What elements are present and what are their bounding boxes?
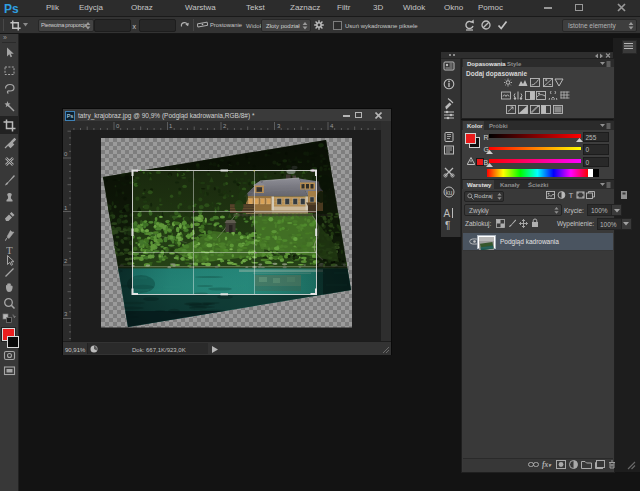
svg-text:0: 0 <box>64 151 68 157</box>
svg-text:4: 4 <box>330 123 334 129</box>
svg-text:3: 3 <box>64 311 68 317</box>
svg-text:3: 3 <box>277 123 281 129</box>
svg-text:1: 1 <box>169 123 173 129</box>
svg-text:ku: ku <box>446 189 453 196</box>
svg-text:A: A <box>444 208 451 219</box>
svg-text:2: 2 <box>223 123 227 129</box>
svg-text:0: 0 <box>116 123 120 129</box>
svg-text:T: T <box>569 191 574 199</box>
svg-text:2: 2 <box>64 258 68 264</box>
svg-text:1: 1 <box>64 205 68 211</box>
svg-text:¶: ¶ <box>445 220 450 231</box>
